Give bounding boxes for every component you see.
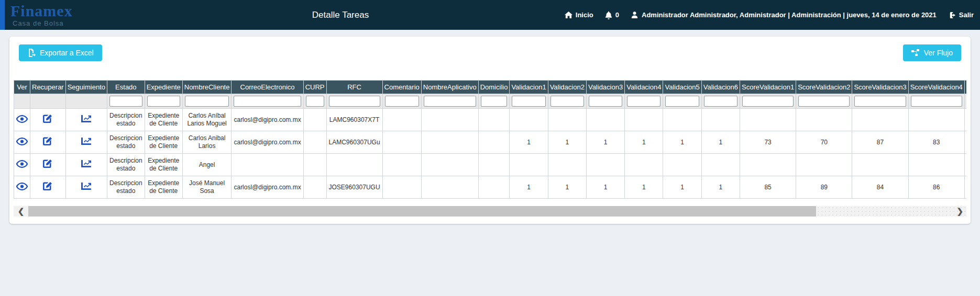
view-button[interactable]: [16, 183, 28, 190]
scroll-left-button[interactable]: ❮: [14, 206, 28, 217]
cell-nombreaplicativo: [421, 131, 478, 154]
chart-line-icon: [81, 182, 92, 190]
cell-scorevalidacion3: [852, 154, 908, 176]
column-header-scorevalidacion3[interactable]: ScoreValidacion3: [852, 81, 908, 94]
cell-expediente: Expediente de Cliente: [145, 154, 182, 176]
column-header-validacion4[interactable]: Validacion4: [625, 81, 663, 94]
column-header-expediente[interactable]: Expediente: [145, 81, 182, 94]
column-header-ver[interactable]: Ver: [14, 81, 30, 94]
cell-scorevalidacion5: [964, 131, 966, 154]
view-button[interactable]: [16, 115, 28, 123]
filter-cell-comentario: [382, 94, 421, 109]
filter-input-correoelectronico[interactable]: [234, 96, 301, 107]
column-header-scorevalidacion4[interactable]: ScoreValidacion4: [908, 81, 964, 94]
followup-button[interactable]: [81, 182, 92, 190]
nav-notifications[interactable]: 0: [605, 11, 619, 19]
cell-validacion3: [586, 109, 624, 131]
filter-input-nombrecliente[interactable]: [185, 96, 229, 107]
cell-expediente: Expediente de Cliente: [145, 131, 182, 154]
recover-button[interactable]: [42, 181, 53, 191]
filter-input-domicilio[interactable]: [481, 96, 508, 107]
cell-validacion4: 1: [625, 131, 663, 154]
cell-correoelectronico: [232, 154, 303, 176]
cell-validacion2: [548, 109, 586, 131]
view-button[interactable]: [16, 138, 28, 145]
column-header-validacion6[interactable]: Validacion6: [701, 81, 740, 94]
filter-cell-validacion3: [586, 94, 624, 109]
recover-button[interactable]: [42, 136, 53, 146]
table-row: Descripcion estadoExpediente de ClienteA…: [14, 154, 967, 176]
flow-sitemap-icon: [911, 49, 920, 57]
nav-home-link[interactable]: Inicio: [565, 11, 593, 19]
filter-input-estado[interactable]: [109, 96, 142, 107]
followup-button[interactable]: [81, 137, 92, 145]
filter-input-nombreaplicativo[interactable]: [424, 96, 476, 107]
filter-cell-correoelectronico: [232, 94, 303, 109]
view-button[interactable]: [16, 160, 28, 168]
filter-input-validacion6[interactable]: [704, 96, 737, 107]
chart-line-icon: [81, 137, 92, 145]
cell-nombrecliente: Angel: [182, 154, 232, 176]
cell-scorevalidacion5: [964, 176, 966, 199]
column-header-scorevalidacion5[interactable]: ScoreValidacion5: [964, 81, 966, 94]
recover-button[interactable]: [42, 158, 53, 169]
filter-input-curp[interactable]: [306, 96, 324, 107]
ver-flujo-button[interactable]: Ver Flujo: [903, 44, 961, 61]
scroll-right-button[interactable]: ❯: [956, 206, 963, 217]
filter-input-scorevalidacion1[interactable]: [742, 96, 794, 107]
filter-input-scorevalidacion4[interactable]: [911, 96, 962, 107]
tasks-table: VerRecuperarSeguimientoEstadoExpedienteN…: [14, 80, 966, 199]
cell-validacion2: [548, 154, 586, 176]
scrollbar-track[interactable]: ❯: [28, 206, 966, 217]
column-header-validacion5[interactable]: Validacion5: [663, 81, 701, 94]
column-header-scorevalidacion1[interactable]: ScoreValidacion1: [740, 81, 796, 94]
recover-button[interactable]: [42, 113, 53, 124]
filter-cell-validacion2: [548, 94, 586, 109]
scrollbar-thumb[interactable]: [28, 206, 816, 217]
nav-user-menu[interactable]: Administrador Administrador, Administrad…: [631, 11, 937, 19]
followup-button[interactable]: [81, 115, 92, 123]
column-header-estado[interactable]: Estado: [107, 81, 145, 94]
filter-input-validacion4[interactable]: [627, 96, 660, 107]
cell-expediente: Expediente de Cliente: [145, 109, 182, 131]
filter-input-expediente[interactable]: [147, 96, 180, 107]
column-header-domicilio[interactable]: Domicilio: [478, 81, 510, 94]
filter-input-scorevalidacion2[interactable]: [798, 96, 850, 107]
filter-input-comentario[interactable]: [385, 96, 419, 107]
column-header-seguimiento[interactable]: Seguimiento: [65, 81, 107, 94]
brand-logo[interactable]: Finamex Casa de Bolsa: [10, 3, 73, 27]
column-header-correoelectronico[interactable]: CorreoElectronico: [232, 81, 303, 94]
column-header-recuperar[interactable]: Recuperar: [30, 81, 66, 94]
cell-validacion6: [701, 109, 740, 131]
cell-nombrecliente: José Manuel Sosa: [182, 176, 232, 199]
column-header-comentario[interactable]: Comentario: [382, 81, 421, 94]
filter-input-validacion5[interactable]: [665, 96, 699, 107]
column-header-nombreaplicativo[interactable]: NombreAplicativo: [421, 81, 478, 94]
column-header-rfc[interactable]: RFC: [326, 81, 382, 94]
filter-input-validacion3[interactable]: [589, 96, 622, 107]
edit-icon: [42, 113, 53, 124]
filter-input-validacion1[interactable]: [512, 96, 545, 107]
filter-input-rfc[interactable]: [329, 96, 380, 107]
cell-scorevalidacion2: 89: [796, 176, 852, 199]
cell-validacion1: 1: [510, 176, 548, 199]
filter-cell-nombreaplicativo: [421, 94, 478, 109]
tasks-table-wrapper: VerRecuperarSeguimientoEstadoExpedienteN…: [14, 80, 966, 199]
column-header-nombrecliente[interactable]: NombreCliente: [182, 81, 232, 94]
column-header-curp[interactable]: CURP: [303, 81, 326, 94]
column-header-validacion1[interactable]: Validacion1: [510, 81, 548, 94]
cell-nombreaplicativo: [421, 154, 478, 176]
nav-logout[interactable]: Salir: [948, 11, 974, 19]
column-header-validacion3[interactable]: Validacion3: [586, 81, 624, 94]
cell-scorevalidacion4: 86: [908, 176, 964, 199]
column-header-scorevalidacion2[interactable]: ScoreValidacion2: [796, 81, 852, 94]
export-excel-button[interactable]: Exportar a Excel: [19, 44, 102, 61]
column-header-validacion2[interactable]: Validacion2: [548, 81, 586, 94]
followup-button[interactable]: [81, 160, 92, 168]
filter-input-scorevalidacion3[interactable]: [854, 96, 906, 107]
filter-input-validacion2[interactable]: [550, 96, 584, 107]
cell-scorevalidacion3: [852, 109, 908, 131]
cell-domicilio: [478, 154, 510, 176]
filter-cell-estado: [107, 94, 145, 109]
filter-cell-validacion1: [510, 94, 548, 109]
